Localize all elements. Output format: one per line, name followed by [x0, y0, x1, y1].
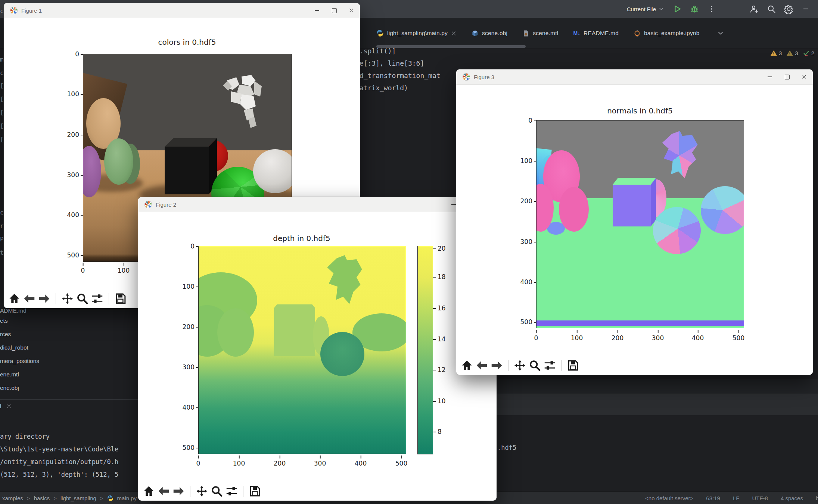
x-tick: 100 — [571, 334, 583, 342]
configure-subplots-icon[interactable] — [226, 485, 238, 497]
code-with-me-button[interactable] — [747, 3, 761, 15]
y-tick: 0 — [177, 242, 195, 250]
tree-item[interactable]: ADME.md — [0, 307, 27, 314]
encoding-widget[interactable]: UTF-8 — [752, 495, 768, 501]
indent-widget[interactable]: 4 spaces — [781, 495, 803, 501]
zoom-icon[interactable] — [529, 359, 541, 372]
close-icon[interactable] — [6, 404, 12, 409]
breadcrumb-item[interactable]: light_sampling — [60, 495, 96, 501]
breadcrumb-item[interactable]: xamples — [2, 495, 23, 501]
warnings-a: 3 — [770, 50, 782, 57]
normals-render — [536, 120, 744, 328]
back-icon[interactable] — [158, 485, 170, 497]
tree-item[interactable]: rces — [0, 331, 11, 338]
line-ending-widget[interactable]: LF — [733, 495, 740, 501]
figure2-titlebar[interactable]: Figure 2 — [138, 197, 497, 212]
run-configuration-selector[interactable]: Current File — [624, 4, 667, 14]
pan-icon[interactable] — [196, 485, 208, 497]
tab-label: scene.mtl — [533, 30, 558, 37]
y-tick: 100 — [177, 283, 195, 290]
depth-cube — [274, 304, 315, 356]
more-actions-button[interactable] — [705, 3, 719, 15]
debug-button[interactable] — [687, 3, 702, 15]
tree-item[interactable]: ene.mtl — [0, 371, 19, 378]
figure3-titlebar[interactable]: Figure 3 — [456, 69, 813, 85]
window-minimize-button[interactable] — [799, 3, 813, 15]
minimize-button[interactable] — [761, 69, 778, 84]
y-tick: 400 — [62, 211, 79, 219]
home-icon[interactable] — [461, 359, 473, 372]
maximize-icon — [332, 8, 337, 13]
tab-label: light_sampling\main.py — [387, 30, 448, 37]
tool-window-tab[interactable]: l — [0, 403, 12, 409]
colorbar — [417, 246, 433, 454]
pan-icon[interactable] — [61, 292, 74, 305]
maximize-button[interactable] — [326, 3, 343, 18]
forward-icon[interactable] — [491, 359, 503, 372]
maximize-icon — [785, 75, 790, 79]
configure-subplots-icon[interactable] — [91, 292, 103, 305]
tab-basic-example-ipynb[interactable]: basic_example.ipynb — [634, 30, 700, 37]
tab-scene-mtl[interactable]: scene.mtl — [522, 30, 558, 37]
close-button[interactable] — [796, 69, 813, 84]
y-tick: 300 — [515, 238, 532, 245]
run-button[interactable] — [670, 3, 684, 15]
zoom-icon[interactable] — [211, 485, 223, 497]
home-icon[interactable] — [143, 485, 155, 497]
y-tick: 100 — [62, 90, 79, 98]
breadcrumb-item[interactable]: main.py — [117, 495, 137, 501]
x-tick: 0 — [196, 460, 200, 467]
tab-overflow-chevron-icon[interactable] — [717, 29, 724, 37]
forward-icon[interactable] — [172, 485, 185, 497]
configure-subplots-icon[interactable] — [544, 359, 556, 372]
minimize-button[interactable] — [308, 3, 326, 18]
tree-item[interactable]: dical_robot — [0, 344, 28, 351]
zoom-icon[interactable] — [76, 292, 88, 305]
toolbar-right-cluster: Current File — [624, 0, 813, 18]
caret-position-widget[interactable]: 63:19 — [706, 495, 720, 501]
search-everywhere-button[interactable] — [764, 3, 778, 15]
maximize-button[interactable] — [778, 69, 796, 84]
save-icon[interactable] — [114, 292, 127, 305]
x-tick: 0 — [81, 267, 85, 274]
colorbar-tick: 8 — [438, 428, 442, 435]
home-icon[interactable] — [8, 292, 21, 305]
save-icon[interactable] — [249, 485, 261, 497]
settings-button[interactable] — [781, 3, 796, 15]
tree-item[interactable]: ene.obj — [0, 385, 19, 391]
tab-readme-md[interactable]: M↓ README.md — [573, 30, 619, 37]
default-server-widget[interactable]: <no default server> — [645, 495, 693, 501]
divider — [561, 360, 562, 371]
code-line[interactable]: e.split()] — [355, 47, 396, 55]
normals-cube — [612, 177, 657, 226]
figure3-window[interactable]: Figure 3 normals in 0.hdf5 0 100 200 300… — [456, 69, 813, 375]
tab-scene-obj[interactable]: scene.obj — [472, 30, 507, 37]
pan-icon[interactable] — [514, 359, 526, 372]
back-icon[interactable] — [23, 292, 35, 305]
figure2-window[interactable]: Figure 2 depth in 0.hdf5 0 100 200 300 4… — [138, 197, 497, 500]
y-tick: 400 — [177, 404, 195, 411]
code-line[interactable]: ld_transformation_mat — [355, 72, 441, 79]
y-tick: 400 — [515, 278, 532, 286]
tree-item[interactable]: ets — [0, 317, 8, 324]
close-icon[interactable] — [451, 31, 457, 36]
figure2-toolbar — [143, 485, 261, 497]
code-line[interactable]: matrix_world) — [355, 84, 408, 92]
tree-item[interactable]: mera_positions — [0, 358, 39, 364]
breadcrumb-item[interactable]: basics — [34, 495, 50, 501]
editor-horizontal-scrollbar[interactable] — [376, 45, 526, 48]
close-button[interactable] — [343, 3, 360, 18]
terminal-line: \Study\1st-year-master\Code\Ble — [0, 445, 118, 453]
bug-icon — [690, 4, 699, 13]
back-icon[interactable] — [476, 359, 488, 372]
pink-ellipsoid — [559, 187, 589, 232]
code-line[interactable]: ne[:3], line[3:6] — [355, 59, 424, 67]
forward-icon[interactable] — [38, 292, 50, 305]
tab-main-py[interactable]: light_sampling\main.py — [376, 29, 457, 37]
tab-label: basic_example.ipynb — [644, 30, 700, 37]
save-icon[interactable] — [567, 359, 579, 372]
clipped-status-widget[interactable]: ble — [816, 495, 818, 501]
inspections-widget[interactable]: 3 3 2 — [770, 50, 814, 57]
figure1-titlebar[interactable]: Figure 1 — [4, 3, 360, 18]
depth-blob — [217, 308, 254, 357]
